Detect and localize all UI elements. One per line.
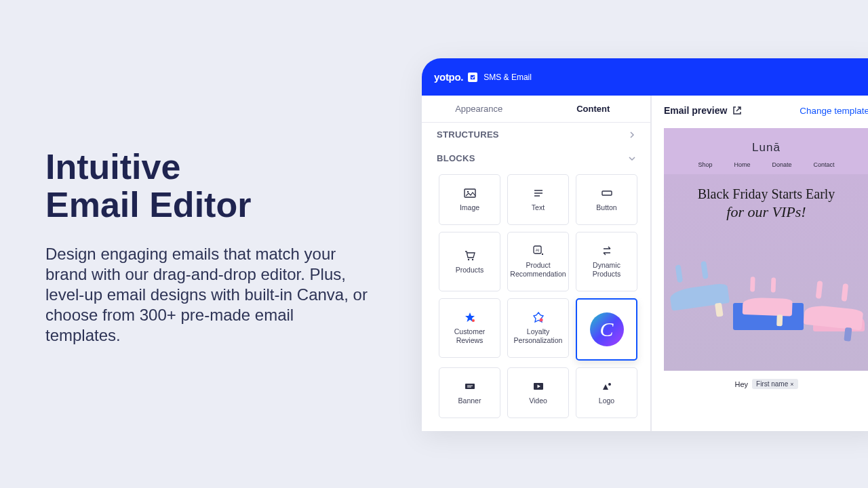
email-preview: Lunā Shop Home Donate Contact Black Frid… [664, 128, 868, 397]
block-label: Products [454, 266, 485, 274]
block-banner[interactable]: Banner [439, 367, 500, 418]
product-name: SMS & Email [484, 73, 532, 82]
svg-point-17 [608, 383, 611, 386]
app-window: yotpo. SMS & Email Appearance Content ST… [422, 58, 868, 431]
block-dynamic-products[interactable]: Dynamic Products [576, 232, 637, 291]
nav-item[interactable]: Contact [814, 161, 835, 168]
block-image[interactable]: Image [439, 174, 500, 225]
chevron-down-icon [629, 155, 635, 162]
svg-rect-6 [602, 191, 612, 195]
video-icon [532, 380, 545, 392]
block-products[interactable]: Products [439, 232, 500, 291]
text-icon [532, 187, 545, 199]
close-icon[interactable]: × [790, 381, 793, 388]
block-loyalty-personalization[interactable]: Loyalty Personalization [507, 298, 569, 358]
preview-hero: Black Friday Starts Early for our VIPs! [664, 174, 868, 371]
hero-image [664, 242, 868, 371]
tab-appearance[interactable]: Appearance [422, 96, 536, 122]
block-customer-reviews[interactable]: Customer Reviews [439, 298, 500, 358]
block-label: Text [530, 203, 546, 212]
block-video[interactable]: Video [507, 367, 569, 418]
topbar: yotpo. SMS & Email [422, 58, 868, 96]
image-icon [464, 187, 476, 199]
greeting-row: Hey First name × [664, 371, 868, 397]
canva-icon: C [590, 312, 624, 346]
hero-headline: Black Friday Starts Early [664, 174, 868, 202]
marketing-body: Design engaging emails that match your b… [45, 244, 371, 346]
section-structures-label: STRUCTURES [437, 129, 499, 140]
svg-rect-13 [465, 384, 475, 389]
svg-point-7 [467, 259, 469, 260]
svg-point-8 [471, 259, 473, 260]
section-blocks[interactable]: BLOCKS [422, 146, 650, 170]
preview-panel: Email preview Change template Lunā Shop … [651, 96, 868, 431]
loyalty-icon [532, 311, 545, 323]
ai-icon: AI [532, 245, 545, 257]
swap-icon [601, 245, 613, 257]
cart-icon [464, 249, 476, 262]
brand-badge-icon [468, 73, 477, 82]
chevron-right-icon [629, 131, 635, 138]
editor-sidebar: Appearance Content STRUCTURES BLOCKS Ima… [422, 96, 651, 431]
merge-tag-label: First name [756, 380, 788, 388]
merge-tag[interactable]: First name × [752, 379, 798, 389]
section-structures[interactable]: STRUCTURES [422, 123, 650, 146]
preview-nav: Shop Home Donate Contact [698, 161, 834, 168]
block-label: Dynamic Products [576, 261, 637, 278]
hero-subhead: for our VIPs! [664, 203, 868, 221]
block-canva[interactable]: C [576, 298, 637, 361]
block-label: Customer Reviews [439, 327, 500, 344]
external-link-icon[interactable] [732, 106, 742, 115]
svg-text:AI: AI [535, 248, 539, 252]
block-text[interactable]: Text [507, 174, 569, 225]
star-icon [464, 311, 476, 323]
block-label: Button [595, 203, 618, 212]
nav-item[interactable]: Donate [772, 161, 791, 168]
greeting-text: Hey [734, 380, 748, 388]
marketing-heading: Intuitive Email Editor [45, 148, 371, 224]
preview-title: Email preview [664, 105, 742, 116]
block-logo[interactable]: Logo [576, 367, 637, 418]
block-label: Banner [457, 396, 483, 405]
svg-point-11 [472, 319, 475, 322]
block-label: Image [458, 203, 481, 212]
brand-logo: yotpo. [434, 71, 463, 83]
nav-item[interactable]: Home [734, 161, 750, 168]
block-label: Loyalty Personalization [508, 327, 568, 344]
preview-brand-logo: Lunā [752, 141, 781, 155]
nav-item[interactable]: Shop [698, 161, 712, 168]
button-icon [601, 187, 613, 199]
tab-content[interactable]: Content [536, 96, 651, 122]
block-product-recommendation[interactable]: AI Product Recommendation [507, 232, 569, 291]
banner-icon [464, 380, 476, 392]
block-button[interactable]: Button [576, 174, 637, 225]
change-template-link[interactable]: Change template [800, 106, 868, 116]
logo-icon [601, 380, 613, 392]
block-label: Logo [597, 396, 616, 405]
svg-point-12 [539, 319, 542, 322]
block-label: Product Recommendation [508, 261, 568, 278]
svg-point-2 [467, 191, 468, 192]
section-blocks-label: BLOCKS [437, 153, 475, 163]
block-label: Video [528, 396, 549, 405]
